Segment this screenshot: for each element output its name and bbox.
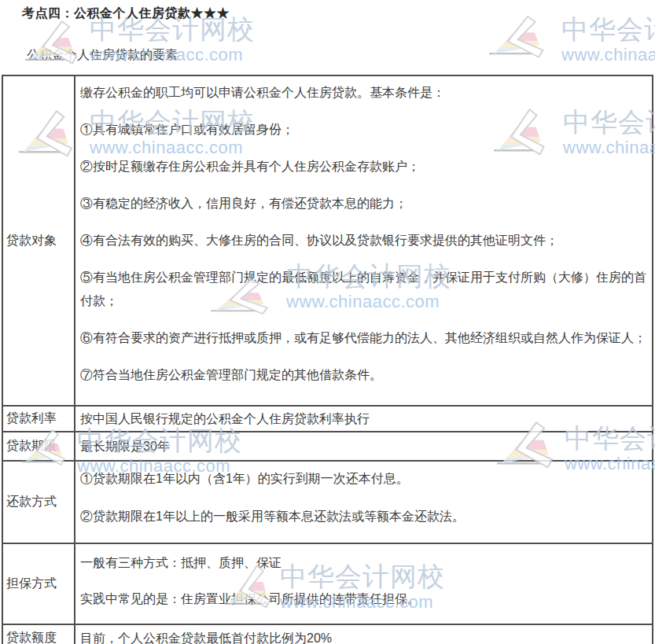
- chinaacc-logo-icon: [489, 16, 555, 60]
- row-content: ①贷款期限在1年以内（含1年）的实行到期一次还本付息。 ②贷款期限在1年以上的一…: [75, 461, 653, 543]
- content-line: 最长期限是30年: [80, 435, 649, 458]
- content-line: 实践中常见的是：住房置业担保公司所提供的连带责任担保。: [80, 587, 649, 610]
- content-line: 缴存公积金的职工均可以申请公积金个人住房贷款。基本条件是：: [80, 81, 649, 105]
- document-page: { "page": { "title": "考点四：公积金个人住房贷款★★★",…: [0, 0, 655, 644]
- content-line: 按中国人民银行规定的公积金个人住房贷款利率执行: [80, 407, 649, 430]
- row-content: 最长期限是30年: [75, 432, 653, 461]
- row-content: 缴存公积金的职工均可以申请公积金个人住房贷款。基本条件是： ①具有城镇常住户口或…: [75, 75, 653, 406]
- table-row-loan-amount: 贷款额度 目前，个人公积金贷款最低首付款比例为20%: [2, 624, 653, 644]
- section-heading: 公积金个人住房贷款的要素: [27, 47, 178, 64]
- content-line: ⑥有符合要求的资产进行抵押或质押，或有足够代偿能力的法人、其他经济组织或自然人作…: [80, 326, 649, 350]
- table-row-repayment-method: 还款方式 ①贷款期限在1年以内（含1年）的实行到期一次还本付息。 ②贷款期限在1…: [2, 461, 653, 543]
- content-line: ①具有城镇常住户口或有效居留身份；: [80, 118, 649, 142]
- row-label: 贷款额度: [2, 624, 75, 644]
- content-line: ②贷款期限在1年以上的一般采用等额本息还款法或等额本金还款法。: [80, 505, 649, 528]
- watermark: 中华会计网校 www.chinaacc.com: [561, 16, 655, 64]
- row-label: 还款方式: [2, 461, 75, 543]
- row-content: 一般有三种方式：抵押、质押、保证 实践中常见的是：住房置业担保公司所提供的连带责…: [75, 543, 653, 624]
- loan-elements-table: 贷款对象 缴存公积金的职工均可以申请公积金个人住房贷款。基本条件是： ①具有城镇…: [2, 75, 653, 644]
- watermark-url-text: www.chinaacc.com: [561, 46, 655, 64]
- watermark-brand-text: 中华会计网校: [561, 16, 655, 42]
- table-row-guarantee-method: 担保方式 一般有三种方式：抵押、质押、保证 实践中常见的是：住房置业担保公司所提…: [2, 543, 653, 624]
- row-label: 贷款对象: [2, 75, 75, 406]
- row-label: 贷款期限: [2, 432, 75, 461]
- content-line: ⑦符合当地住房公积金管理部门规定的其他借款条件。: [80, 363, 649, 387]
- table-row-loan-rate: 贷款利率 按中国人民银行规定的公积金个人住房贷款利率执行: [2, 406, 653, 432]
- row-content: 按中国人民银行规定的公积金个人住房贷款利率执行: [75, 406, 653, 432]
- page-title: 考点四：公积金个人住房贷款★★★: [22, 6, 230, 22]
- content-line: ②按时足额缴存住房公积金并具有个人住房公积金存款账户；: [80, 155, 649, 178]
- table-row-loan-target: 贷款对象 缴存公积金的职工均可以申请公积金个人住房贷款。基本条件是： ①具有城镇…: [2, 75, 653, 406]
- row-content: 目前，个人公积金贷款最低首付款比例为20%: [75, 624, 653, 644]
- content-line: ①贷款期限在1年以内（含1年）的实行到期一次还本付息。: [80, 467, 649, 490]
- content-line: ⑤有当地住房公积金管理部门规定的最低额度以上的自筹资金，并保证用于支付所购（大修…: [80, 266, 649, 313]
- row-label: 担保方式: [2, 543, 75, 624]
- row-label: 贷款利率: [2, 406, 75, 432]
- content-line: ④有合法有效的购买、大修住房的合同、协议以及贷款银行要求提供的其他证明文件；: [80, 229, 649, 252]
- content-line: 一般有三种方式：抵押、质押、保证: [80, 551, 649, 574]
- table-row-loan-term: 贷款期限 最长期限是30年: [2, 432, 653, 461]
- content-line: ③有稳定的经济收入，信用良好，有偿还贷款本息的能力；: [80, 192, 649, 215]
- content-line: 目前，个人公积金贷款最低首付款比例为20%: [80, 627, 649, 644]
